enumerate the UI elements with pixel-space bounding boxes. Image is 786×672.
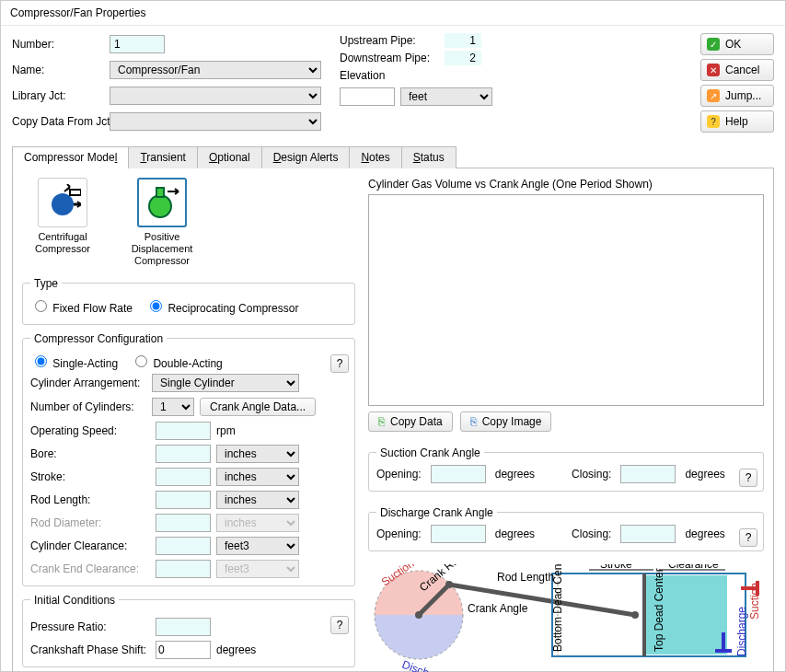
copy-image-icon: ⎘ [470, 415, 477, 428]
svg-rect-31 [715, 649, 732, 653]
button-column: ✓OK ✕Cancel ↗Jump... ?Help [700, 33, 774, 133]
library-label: Library Jct: [12, 89, 104, 102]
centrifugal-model-button[interactable]: Centrifugal Compressor [22, 178, 103, 268]
suction-opening-unit: degrees [495, 468, 535, 481]
fixed-flow-radio-label[interactable]: Fixed Flow Rate [30, 297, 133, 315]
plot-title: Cylinder Gas Volume vs Crank Angle (One … [368, 178, 764, 191]
cylclear-input[interactable] [156, 537, 211, 555]
stroke-label: Stroke: [30, 470, 150, 483]
upstream-label: Upstream Pipe: [340, 34, 441, 47]
bore-label: Bore: [30, 447, 150, 460]
svg-point-1 [149, 195, 171, 217]
suction-closing-unit: degrees [685, 468, 724, 481]
opspeed-label: Operating Speed: [30, 424, 150, 437]
opspeed-input[interactable] [156, 422, 211, 440]
cylclear-label: Cylinder Clearance: [30, 539, 150, 552]
elevation-unit[interactable]: feet [400, 87, 492, 106]
svg-text:Discharge: Discharge [735, 606, 748, 655]
check-icon: ✓ [707, 38, 720, 51]
roddia-input [156, 514, 211, 532]
numcyl-label: Number of Cylinders: [30, 400, 146, 413]
pratio-input[interactable] [156, 618, 211, 636]
positive-disp-model-button[interactable]: Positive Displacement Compressor [121, 178, 202, 268]
crankclear-input [156, 560, 211, 578]
library-select[interactable] [110, 87, 321, 105]
copy-data-button[interactable]: ⎘Copy Data [368, 411, 453, 432]
tab-optional[interactable]: Optional [197, 146, 262, 168]
centrifugal-icon [44, 184, 81, 221]
config-help-button[interactable]: ? [330, 354, 349, 373]
config-legend: Compressor Configuration [30, 332, 167, 345]
crank-angle-data-button[interactable]: Crank Angle Data... [200, 398, 316, 416]
plot-area [368, 194, 764, 406]
opspeed-unit: rpm [216, 424, 299, 437]
initial-legend: Initial Conditions [30, 594, 119, 607]
double-acting-radio[interactable] [135, 355, 147, 367]
bore-unit[interactable]: inches [216, 445, 299, 463]
left-column: Centrifugal Compressor Positive Displace… [22, 178, 355, 672]
tab-status[interactable]: Status [401, 146, 457, 168]
initial-fieldset: Initial Conditions ? Pressure Ratio: Cra… [22, 594, 355, 667]
crankclear-label: Crank End Clearance: [30, 562, 150, 575]
double-acting-label[interactable]: Double-Acting [131, 353, 223, 370]
discharge-closing-input[interactable] [620, 525, 676, 543]
elevation-input[interactable] [340, 87, 395, 106]
tab-transient[interactable]: Transient [128, 146, 198, 168]
cyl-arrange-select[interactable]: Single Cylinder [152, 374, 299, 392]
single-acting-radio[interactable] [35, 355, 47, 367]
name-select[interactable]: Compressor/Fan [110, 61, 321, 79]
discharge-closing-unit: degrees [685, 527, 724, 540]
dialog-window: Compressor/Fan Properties Number: Name: … [0, 0, 786, 672]
recip-radio-label[interactable]: Reciprocating Compressor [145, 297, 298, 315]
content-area: Number: Name: Compressor/Fan Library Jct… [1, 26, 785, 672]
initial-help-button[interactable]: ? [330, 616, 349, 634]
tab-notes[interactable]: Notes [349, 146, 401, 168]
tabstrip: Compressor Model Transient Optional Desi… [12, 145, 774, 168]
name-label: Name: [12, 64, 104, 76]
cylclear-unit[interactable]: feet3 [216, 537, 299, 555]
single-acting-label[interactable]: Single-Acting [30, 353, 118, 370]
tab-design-alerts[interactable]: Design Alerts [261, 146, 351, 168]
recip-radio[interactable] [150, 300, 162, 312]
pipe-section: Upstream Pipe: 1 Downstream Pipe: 2 Elev… [340, 33, 492, 133]
discharge-opening-input[interactable] [431, 525, 486, 543]
cancel-button[interactable]: ✕Cancel [700, 59, 774, 81]
suction-closing-input[interactable] [620, 465, 676, 483]
help-button[interactable]: ?Help [700, 110, 774, 133]
svg-point-0 [52, 193, 74, 215]
diagram-svg: Stroke Clearance Bottom Dead Center Top … [368, 564, 764, 672]
fixed-flow-radio[interactable] [35, 300, 47, 312]
stroke-unit[interactable]: inches [216, 468, 299, 486]
pratio-label: Pressure Ratio: [30, 620, 150, 633]
number-input[interactable] [110, 35, 165, 53]
discharge-opening-label: Opening: [376, 527, 422, 540]
type-fieldset: Type Fixed Flow Rate Reciprocating Compr… [22, 277, 355, 325]
svg-point-9 [415, 611, 422, 619]
suction-opening-input[interactable] [431, 465, 486, 483]
stroke-input[interactable] [156, 468, 211, 486]
copy-image-button[interactable]: ⎘Copy Image [460, 411, 552, 432]
plot-section: Cylinder Gas Volume vs Crank Angle (One … [368, 178, 764, 439]
svg-text:Stroke: Stroke [600, 564, 632, 571]
ok-button[interactable]: ✓OK [700, 33, 774, 55]
downstream-label: Downstream Pipe: [340, 52, 441, 64]
svg-rect-2 [156, 188, 164, 197]
discharge-help-button[interactable]: ? [739, 528, 757, 547]
question-icon: ? [707, 115, 720, 128]
suction-closing-label: Closing: [572, 468, 611, 481]
arrow-icon: ↗ [707, 89, 720, 102]
copydata-label: Copy Data From Jct... [12, 115, 104, 128]
upstream-value: 1 [445, 33, 481, 48]
tab-body: Centrifugal Compressor Positive Displace… [12, 168, 774, 672]
bore-input[interactable] [156, 445, 211, 463]
phase-input[interactable] [156, 641, 211, 659]
rodlen-unit[interactable]: inches [216, 491, 299, 509]
copydata-select[interactable] [110, 112, 321, 131]
numcyl-select[interactable]: 1 [152, 398, 194, 416]
jump-button[interactable]: ↗Jump... [700, 85, 774, 107]
phase-unit: degrees [216, 643, 299, 656]
suction-help-button[interactable]: ? [739, 469, 757, 487]
tab-compressor-model[interactable]: Compressor Model [12, 146, 129, 168]
config-fieldset: Compressor Configuration ? Single-Acting… [22, 332, 355, 586]
rodlen-input[interactable] [156, 491, 211, 509]
